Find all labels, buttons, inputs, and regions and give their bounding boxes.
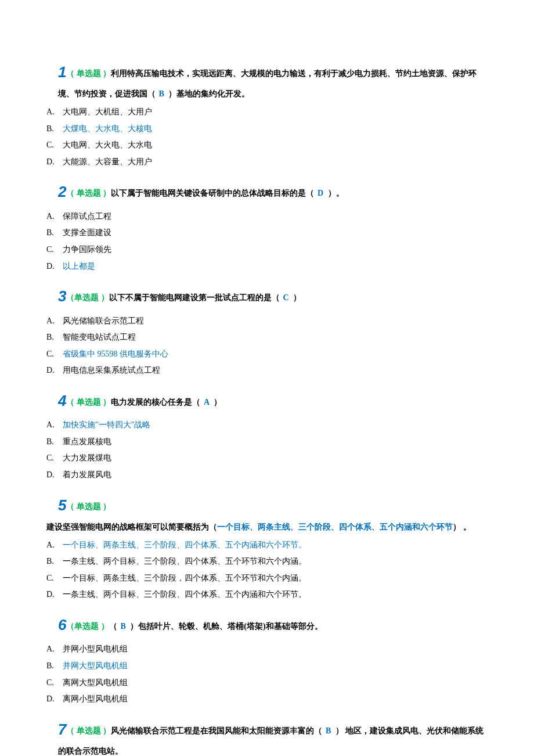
option-text: 并网小型风电机组: [63, 645, 128, 653]
option-text: 离网小型风电机组: [63, 694, 128, 703]
question-5: 5（ 单选题 ）建设坚强智能电网的战略框架可以简要概括为（一个目标、两条主线、三…: [46, 491, 488, 603]
question-number: 1: [58, 63, 66, 81]
option-label: A.: [46, 538, 63, 553]
option-item[interactable]: A.一个目标、两条主线、三个阶段、四个体系、五个内涵和六个环节。: [46, 538, 488, 553]
question-number: 3: [58, 287, 66, 305]
option-text: 力争国际领先: [63, 245, 111, 254]
option-item[interactable]: B.一条主线、两个目标、三个阶段、四个体系、五个环节和六个内涵。: [46, 554, 488, 570]
option-text: 支撑全面建设: [63, 228, 111, 237]
option-text: 大电网、大火电、大水电: [63, 141, 152, 149]
question-header: 2（ 单选题 ）以下属于智能电网关键设备研制中的总体战略目标的是（ D ）。: [58, 178, 488, 206]
question-header: 6（单选题 ）（ B ）包括叶片、轮毂、机舱、塔桶(塔架)和基础等部分。: [58, 611, 488, 639]
option-item[interactable]: D.以上都是: [46, 259, 488, 275]
question-stem-pre: 以下属于智能电网关键设备研制中的总体战略目标的是（: [111, 189, 314, 197]
option-item[interactable]: D.离网小型风电机组: [46, 692, 488, 707]
question-3: 3（单选题 ）以下不属于智能电网建设第一批试点工程的是（ C ）A.风光储输联合…: [46, 282, 488, 379]
options-list: A.加快实施"一特四大"战略B.重点发展核电C.大力发展煤电D.着力发展风电: [46, 417, 488, 483]
option-label: C.: [46, 451, 63, 466]
answer-letter: A: [200, 398, 213, 406]
option-text: 大力发展煤电: [63, 453, 111, 462]
question-stem-line2: 建设坚强智能电网的战略框架可以简要概括为（一个目标、两条主线、三个阶段、四个体系…: [46, 520, 488, 535]
question-type: （ 单选题 ）: [66, 502, 111, 511]
option-label: A.: [46, 209, 63, 225]
options-list: A.大电网、大机组、大用户B.大煤电、大水电、大核电C.大电网、大火电、大水电D…: [46, 105, 488, 170]
option-label: B.: [46, 658, 63, 674]
question-stem-post: ）: [293, 293, 301, 302]
question-6: 6（单选题 ）（ B ）包括叶片、轮毂、机舱、塔桶(塔架)和基础等部分。A.并网…: [46, 611, 488, 707]
question-stem-pre: 电力发展的核心任务是（: [111, 398, 200, 406]
option-label: D.: [46, 154, 63, 170]
option-label: C.: [46, 138, 63, 153]
question-stem-pre: 利用特高压输电技术，实现远距离、大规模的电力输送，有利于减少电力损耗、节约土地资…: [58, 69, 477, 98]
stem-line2-pre: 建设坚强智能电网的战略框架可以简要概括为（: [46, 523, 217, 531]
question-number: 2: [58, 183, 66, 200]
option-item[interactable]: A.大电网、大机组、大用户: [46, 105, 488, 120]
option-text: 一个目标、两条主线、三个阶段、四个体系、五个内涵和六个环节。: [63, 541, 306, 549]
option-text: 一条主线、两个目标、三个阶段、四个体系、五个环节和六个内涵。: [63, 557, 306, 566]
question-header: 7（ 单选题 ）风光储输联合示范工程是在我国风能和太阳能资源丰富的（ B ） 地…: [58, 715, 488, 756]
question-number: 5: [58, 496, 66, 514]
question-header: 5（ 单选题 ）: [58, 491, 488, 520]
question-4: 4（ 单选题 ）电力发展的核心任务是（ A ）A.加快实施"一特四大"战略B.重…: [46, 387, 488, 483]
option-text: 一个目标、两条主线、三个阶段，四个体系、五个环节和六个内涵。: [63, 574, 306, 582]
question-header: 1（ 单选题 ）利用特高压输电技术，实现远距离、大规模的电力输送，有利于减少电力…: [58, 58, 488, 102]
option-item[interactable]: B.支撑全面建设: [46, 225, 488, 241]
option-item[interactable]: B.重点发展核电: [46, 434, 488, 450]
option-text: 加快实施"一特四大"战略: [63, 420, 150, 429]
option-item[interactable]: C.离网大型风电机组: [46, 675, 488, 691]
option-item[interactable]: D.用电信息采集系统试点工程: [46, 363, 488, 379]
option-text: 并网大型风电机组: [63, 661, 128, 670]
question-type: （ 单选题 ）: [66, 189, 111, 197]
options-list: A.一个目标、两条主线、三个阶段、四个体系、五个内涵和六个环节。B.一条主线、两…: [46, 538, 488, 603]
option-label: A.: [46, 417, 63, 433]
option-item[interactable]: C.省级集中 95598 供电服务中心: [46, 347, 488, 362]
option-item[interactable]: A.并网小型风电机组: [46, 642, 488, 657]
option-item[interactable]: B.大煤电、大水电、大核电: [46, 121, 488, 137]
question-stem-post: ）: [214, 398, 222, 406]
stem-line2-highlight: 一个目标、两条主线、三个阶段、四个体系、五个内涵和六个环节: [217, 523, 453, 531]
option-label: D.: [46, 467, 63, 483]
stem-line2-post: ） 。: [453, 523, 471, 531]
option-item[interactable]: C.大力发展煤电: [46, 451, 488, 466]
answer-letter: B: [117, 622, 130, 631]
question-number: 6: [58, 616, 66, 633]
option-text: 保障试点工程: [63, 212, 111, 221]
option-label: B.: [46, 434, 63, 450]
option-item[interactable]: C.大电网、大火电、大水电: [46, 138, 488, 153]
question-header: 4（ 单选题 ）电力发展的核心任务是（ A ）: [58, 387, 488, 415]
option-label: C.: [46, 571, 63, 586]
option-item[interactable]: A.保障试点工程: [46, 209, 488, 225]
option-label: A.: [46, 642, 63, 657]
option-item[interactable]: C.力争国际领先: [46, 242, 488, 258]
option-item[interactable]: D.着力发展风电: [46, 467, 488, 483]
option-text: 离网大型风电机组: [63, 678, 128, 687]
answer-letter: C: [280, 293, 293, 302]
option-label: D.: [46, 692, 63, 707]
option-text: 风光储输联合示范工程: [63, 316, 144, 325]
answer-letter: B: [322, 726, 335, 735]
question-7: 7（ 单选题 ）风光储输联合示范工程是在我国风能和太阳能资源丰富的（ B ） 地…: [46, 715, 488, 756]
option-text: 省级集中 95598 供电服务中心: [63, 350, 168, 358]
option-label: B.: [46, 225, 63, 241]
question-type: （ 单选题 ）: [66, 69, 111, 78]
option-item[interactable]: A.风光储输联合示范工程: [46, 314, 488, 329]
option-item[interactable]: D.大能源、大容量、大用户: [46, 154, 488, 170]
option-item[interactable]: B.并网大型风电机组: [46, 658, 488, 674]
question-type: （单选题 ）: [66, 622, 109, 631]
option-item[interactable]: D.一条主线、两个目标、三个阶段、四个体系、五个内涵和六个环节。: [46, 587, 488, 603]
question-stem-post: ）。: [328, 189, 344, 197]
option-label: B.: [46, 330, 63, 345]
option-label: A.: [46, 314, 63, 329]
option-text: 重点发展核电: [63, 437, 111, 446]
option-item[interactable]: B.智能变电站试点工程: [46, 330, 488, 345]
option-label: C.: [46, 347, 63, 362]
option-item[interactable]: A.加快实施"一特四大"战略: [46, 417, 488, 433]
option-text: 用电信息采集系统试点工程: [63, 366, 160, 375]
option-label: C.: [46, 675, 63, 691]
options-list: A.并网小型风电机组B.并网大型风电机组C.离网大型风电机组D.离网小型风电机组: [46, 642, 488, 707]
option-item[interactable]: C.一个目标、两条主线、三个阶段，四个体系、五个环节和六个内涵。: [46, 571, 488, 586]
option-label: A.: [46, 105, 63, 120]
document-root: 1（ 单选题 ）利用特高压输电技术，实现远距离、大规模的电力输送，有利于减少电力…: [46, 58, 488, 756]
answer-letter: B: [156, 89, 168, 98]
option-label: B.: [46, 121, 63, 137]
